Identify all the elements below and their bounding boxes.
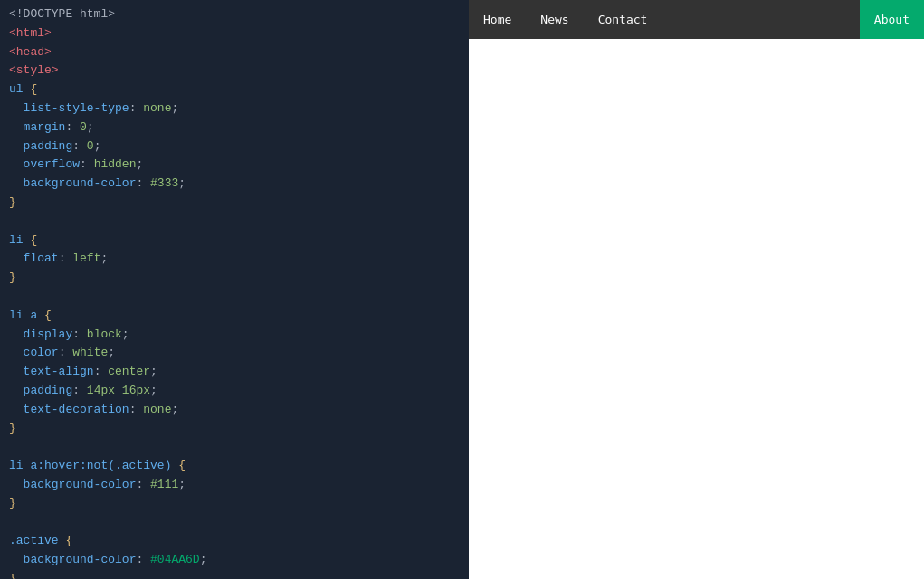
code-line: background-color: #333;	[9, 175, 460, 194]
nav-item-about[interactable]: About	[860, 0, 924, 39]
code-line: padding: 14px 16px;	[9, 382, 460, 401]
code-line: }	[9, 420, 460, 439]
code-line: background-color: #111;	[9, 476, 460, 495]
code-line: display: block;	[9, 326, 460, 345]
code-line: }	[9, 495, 460, 514]
code-line: background-color: #04AA6D;	[9, 551, 460, 570]
nav-item-home[interactable]: Home	[469, 0, 526, 39]
nav-link-contact[interactable]: Contact	[584, 0, 662, 39]
preview-panel: Home News Contact About	[469, 0, 924, 579]
code-line	[9, 438, 460, 457]
code-line: }	[9, 194, 460, 213]
code-line: <html>	[9, 24, 460, 43]
code-line	[9, 514, 460, 533]
nav-item-news[interactable]: News	[526, 0, 583, 39]
code-line: margin: 0;	[9, 119, 460, 138]
code-editor[interactable]: <!DOCTYPE html><html><head><style>ul { l…	[0, 0, 469, 579]
nav-item-contact[interactable]: Contact	[584, 0, 662, 39]
nav-bar: Home News Contact About	[469, 0, 924, 39]
code-line: float: left;	[9, 250, 460, 269]
code-line: li a {	[9, 307, 460, 326]
code-line	[9, 288, 460, 307]
code-line: .active {	[9, 532, 460, 551]
code-line: li {	[9, 232, 460, 251]
nav-link-home[interactable]: Home	[469, 0, 526, 39]
code-line: }	[9, 570, 460, 579]
code-line: ul {	[9, 81, 460, 100]
nav-link-news[interactable]: News	[526, 0, 583, 39]
code-line: padding: 0;	[9, 138, 460, 157]
code-line: overflow: hidden;	[9, 156, 460, 175]
code-line: color: white;	[9, 344, 460, 363]
code-line: list-style-type: none;	[9, 100, 460, 119]
code-line: li a:hover:not(.active) {	[9, 457, 460, 476]
code-line	[9, 213, 460, 232]
code-line: <style>	[9, 62, 460, 81]
code-line: text-align: center;	[9, 363, 460, 382]
code-line: }	[9, 269, 460, 288]
code-line: <head>	[9, 43, 460, 62]
nav-link-about[interactable]: About	[860, 0, 924, 39]
code-line: <!DOCTYPE html>	[9, 5, 460, 24]
code-line: text-decoration: none;	[9, 401, 460, 420]
nav-list: Home News Contact About	[469, 0, 924, 39]
